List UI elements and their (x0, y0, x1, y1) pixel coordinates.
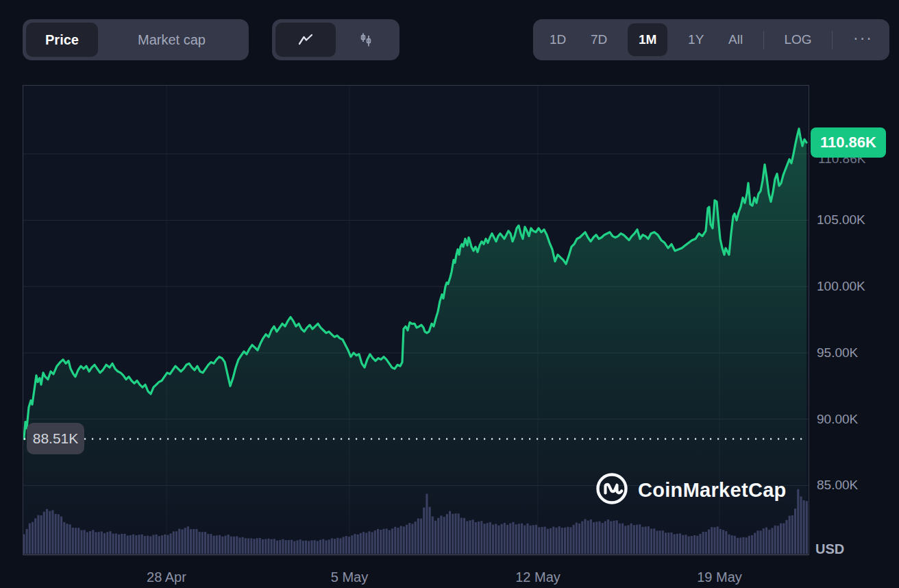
coinmarketcap-chart-page: PriceMarket cap 1D7D1M1YAllLOG··· 105.00… (0, 0, 899, 588)
y-axis-label: 85.00K (817, 478, 858, 493)
y-axis-label: 100.00K (817, 279, 865, 294)
y-axis-label: 105.00K (817, 212, 865, 228)
currency-unit-label: USD (815, 541, 844, 557)
x-axis-label: 5 May (301, 569, 397, 585)
x-axis-label: 19 May (672, 569, 767, 585)
current-price-badge: 110.86K (811, 127, 886, 158)
watermark: CoinMarketCap (595, 472, 787, 508)
open-price-tooltip: 88.51K (27, 423, 84, 454)
x-axis-label: 12 May (490, 569, 586, 585)
y-axis-label: 95.00K (817, 345, 858, 360)
price-chart[interactable]: 105.00K100.00K95.00K90.00K85.00K 28 Apr5… (0, 0, 899, 588)
x-axis-label: 28 Apr (119, 569, 214, 585)
coinmarketcap-logo-icon (595, 472, 628, 508)
watermark-text: CoinMarketCap (638, 479, 787, 502)
y-axis-label: 90.00K (817, 412, 858, 427)
